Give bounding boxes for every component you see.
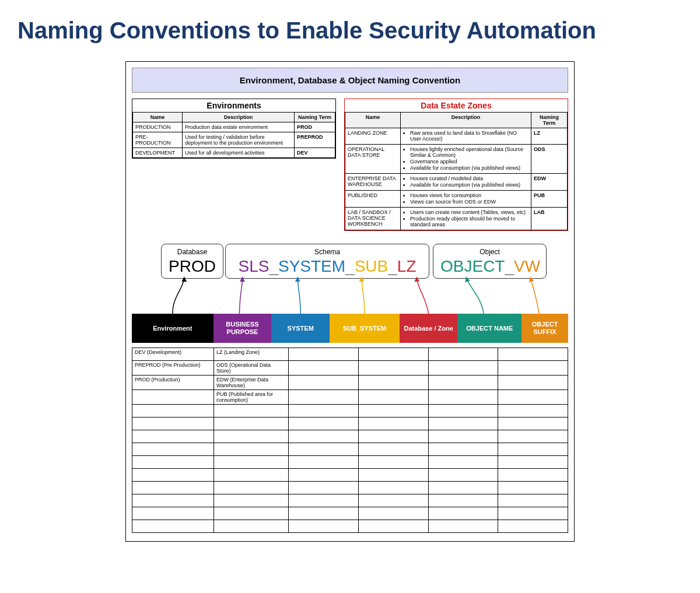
table-row: PUB (Published area for consumption) xyxy=(132,390,568,405)
table-row: PREPROD (Pre Production)ODS (Operational… xyxy=(132,361,568,376)
schema-block: Schema SLS_SYSTEM_SUB_LZ xyxy=(225,244,429,279)
database-value: PROD xyxy=(169,257,216,276)
table-row: OPERATIONAL DATA STOREHouses lightly enr… xyxy=(345,145,568,174)
table-row: PROD (Production)EDW (Enterprise Data Wa… xyxy=(132,376,568,390)
table-row xyxy=(132,443,568,456)
table-row xyxy=(132,482,568,494)
table-row xyxy=(132,430,568,443)
page: Naming Conventions to Enable Security Au… xyxy=(0,0,700,593)
table-row: PRE-PRODUCTIONUsed for testing / validat… xyxy=(133,132,335,148)
table-row xyxy=(132,405,568,417)
table-row: DEVELOPMENTUsed for all development acti… xyxy=(133,148,335,158)
schema-label: Schema xyxy=(233,248,422,256)
table-row xyxy=(132,456,568,469)
strip-environment: Environment xyxy=(132,314,214,343)
table-row xyxy=(132,417,568,430)
panel-title: Environment, Database & Object Naming Co… xyxy=(132,68,568,93)
bottom-grid: DEV (Development)LZ (Landing Zone)PREPRO… xyxy=(132,348,568,533)
env-th-name: Name xyxy=(133,113,183,122)
strip-system: SYSTEM xyxy=(271,314,330,343)
zones-box: Data Estate Zones Name Description Namin… xyxy=(344,99,568,231)
diagram-canvas: Environment, Database & Object Naming Co… xyxy=(125,61,575,542)
env-th-term: Naming Term xyxy=(295,113,335,122)
table-row: ENTERPRISE DATA WAREHOUSEHouses curated … xyxy=(345,174,568,191)
strip-business-purpose: BUSINESS PURPOSE xyxy=(214,314,272,343)
environments-box: Environments Name Description Naming Ter… xyxy=(132,99,336,159)
object-label: Object xyxy=(440,248,539,256)
object-value: OBJECT_VW xyxy=(440,257,539,276)
tables-row: Environments Name Description Naming Ter… xyxy=(132,99,568,231)
strip-database-zone: Database / Zone xyxy=(400,314,458,343)
table-row: LANDING ZONERaw area used to land data t… xyxy=(345,128,568,145)
naming-example: Database PROD Schema SLS_SYSTEM_SUB_LZ O… xyxy=(132,244,568,343)
table-row: PRODUCTIONProduction data estate environ… xyxy=(133,122,335,132)
zone-th-desc: Description xyxy=(401,113,531,128)
table-row xyxy=(132,520,568,533)
table-row: LAB / SANDBOX / DATA SCIENCE WORKBENCHUs… xyxy=(345,208,568,230)
env-th-desc: Description xyxy=(183,113,295,122)
table-row: PUBLISHEDHouses views for consumptionVie… xyxy=(345,191,568,208)
schema-value: SLS_SYSTEM_SUB_LZ xyxy=(233,257,422,276)
table-row xyxy=(132,507,568,520)
environments-table: Name Description Naming Term PRODUCTIONP… xyxy=(132,112,335,158)
legend-strip: Environment BUSINESS PURPOSE SYSTEM SUB_… xyxy=(132,314,568,343)
table-row xyxy=(132,469,568,482)
zones-caption: Data Estate Zones xyxy=(345,99,568,112)
database-block: Database PROD xyxy=(161,244,223,279)
environments-caption: Environments xyxy=(132,99,335,112)
strip-sub-system: SUB_SYSTEM xyxy=(330,314,400,343)
strip-object-suffix: OBJECT SUFFIX xyxy=(522,314,568,343)
zone-th-term: Naming Term xyxy=(531,113,568,128)
zone-th-name: Name xyxy=(345,113,401,128)
database-label: Database xyxy=(169,248,216,256)
zones-table: Name Description Naming Term LANDING ZON… xyxy=(345,112,568,230)
object-block: Object OBJECT_VW xyxy=(433,244,547,279)
strip-object-name: OBJECT NAME xyxy=(457,314,522,343)
table-row xyxy=(132,494,568,507)
page-title: Naming Conventions to Enable Security Au… xyxy=(18,17,682,44)
table-row: DEV (Development)LZ (Landing Zone) xyxy=(132,348,568,361)
